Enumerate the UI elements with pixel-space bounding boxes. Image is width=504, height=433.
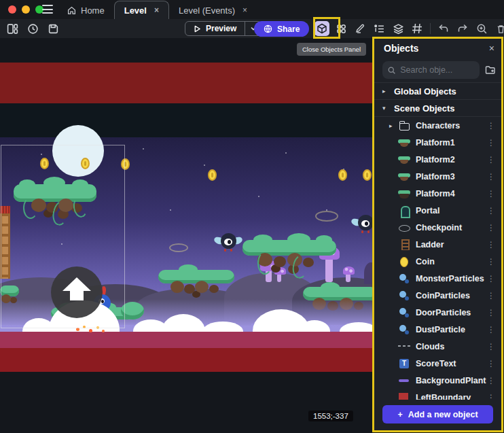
object-list-item[interactable]: CoinParticles ⋮	[374, 287, 501, 304]
object-list-item[interactable]: Clouds ⋮	[374, 338, 501, 355]
object-menu-icon[interactable]: ⋮	[486, 325, 496, 334]
object-menu-icon[interactable]: ⋮	[486, 291, 496, 300]
minimize-window-icon[interactable]	[22, 5, 30, 14]
monster-sprite[interactable]	[216, 230, 240, 255]
object-label: Characters	[416, 121, 486, 131]
close-window-icon[interactable]	[8, 5, 16, 14]
coin-sprite[interactable]	[208, 169, 217, 181]
section-scene-objects[interactable]: ▾ Scene Objects	[374, 99, 501, 116]
platform-island-sprite[interactable]	[242, 238, 336, 279]
object-list-item[interactable]: Portal ⋮	[374, 202, 501, 219]
object-list-item[interactable]: Platform3 ⋮	[374, 168, 501, 185]
top-boundary-sprite[interactable]	[0, 63, 378, 103]
object-menu-icon[interactable]: ⋮	[486, 138, 496, 148]
object-list-item[interactable]: BackgroundPlants ⋮	[374, 372, 501, 389]
object-label: Platform1	[416, 138, 486, 148]
editor-icon-strip	[314, 21, 504, 36]
add-new-object-button[interactable]: + Add a new object	[382, 405, 493, 423]
close-panel-icon[interactable]: ×	[489, 43, 494, 54]
tab-home[interactable]: Home	[58, 1, 114, 19]
object-menu-icon[interactable]: ⋮	[486, 359, 496, 368]
object-label: CoinParticles	[416, 291, 486, 300]
chevron-right-icon: ▸	[389, 122, 398, 129]
redo-icon[interactable]	[455, 21, 470, 36]
object-list-item[interactable]: DustParticle ⋮	[374, 321, 501, 338]
object-label: Checkpoint	[416, 223, 486, 232]
zoom-in-icon[interactable]	[474, 21, 489, 36]
section-global-objects[interactable]: ▸ Global Objects	[374, 82, 501, 99]
platform-island-sprite[interactable]	[158, 269, 234, 300]
preview-button[interactable]: Preview	[185, 22, 245, 35]
grid-icon[interactable]	[410, 21, 425, 36]
object-thumbnail-icon	[398, 375, 411, 386]
properties-icon[interactable]	[372, 21, 386, 36]
selection-rectangle[interactable]	[1, 145, 125, 328]
object-list-item[interactable]: Platform2 ⋮	[374, 151, 501, 168]
objects-panel: Objects × ▸ Global Objects ▾ Scene Objec…	[374, 39, 501, 430]
scene-canvas[interactable]	[0, 38, 378, 433]
main-menu-icon[interactable]	[42, 5, 53, 14]
objects-panel-header: Objects ×	[374, 39, 501, 58]
object-list-item[interactable]: Platform1 ⋮	[374, 134, 501, 151]
object-list-item[interactable]: Coin ⋮	[374, 253, 501, 270]
object-label: LeftBoundary	[416, 393, 486, 400]
star	[170, 209, 171, 211]
object-menu-icon[interactable]: ⋮	[486, 240, 496, 249]
object-menu-icon[interactable]: ⋮	[486, 155, 496, 164]
object-label: Clouds	[416, 342, 486, 351]
object-thumbnail-icon	[398, 154, 411, 165]
toolbar: Preview Share	[0, 19, 504, 38]
pencil-icon[interactable]	[353, 21, 367, 36]
object-menu-icon[interactable]: ⋮	[486, 274, 496, 283]
object-list-item[interactable]: DoorParticles ⋮	[374, 304, 501, 321]
pink-ground-band-sprite[interactable]	[0, 332, 378, 348]
object-list-item[interactable]: ScoreText ⋮	[374, 355, 501, 372]
save-icon[interactable]	[48, 23, 59, 35]
star	[258, 196, 259, 197]
coin-sprite[interactable]	[363, 169, 372, 181]
object-list-item[interactable]: Ladder ⋮	[374, 236, 501, 253]
object-menu-icon[interactable]: ⋮	[486, 308, 496, 317]
layers-icon[interactable]	[391, 21, 406, 36]
object-list-item[interactable]: Platform4 ⋮	[374, 185, 501, 202]
object-list-item[interactable]: MonsterParticles ⋮	[374, 270, 501, 287]
object-thumbnail-icon	[398, 273, 411, 284]
object-list-item[interactable]: Checkpoint ⋮	[374, 219, 501, 236]
add-folder-icon[interactable]	[485, 65, 496, 75]
ufo-outline-sprite[interactable]	[169, 243, 188, 252]
object-menu-icon[interactable]: ⋮	[486, 172, 496, 181]
objects-panel-cube-icon[interactable]	[314, 21, 329, 36]
object-thumbnail-icon	[398, 392, 411, 400]
tab-label: Home	[81, 5, 105, 16]
history-icon[interactable]	[27, 23, 39, 35]
undo-icon[interactable]	[436, 21, 451, 36]
object-menu-icon[interactable]: ⋮	[486, 342, 496, 351]
close-tab-icon[interactable]: ×	[242, 5, 247, 15]
tab-level[interactable]: Level ×	[114, 1, 169, 19]
instances-icon[interactable]	[334, 21, 348, 36]
object-menu-icon[interactable]: ⋮	[486, 223, 496, 232]
coin-sprite[interactable]	[338, 169, 347, 181]
trash-icon[interactable]	[493, 21, 504, 36]
object-menu-icon[interactable]: ⋮	[486, 376, 496, 385]
chevron-down-icon: ▾	[382, 105, 389, 111]
search-row	[374, 58, 501, 82]
object-menu-icon[interactable]: ⋮	[486, 393, 496, 400]
object-search-box[interactable]	[382, 61, 480, 79]
search-input[interactable]	[400, 65, 474, 75]
object-menu-icon[interactable]: ⋮	[486, 189, 496, 198]
object-menu-icon[interactable]: ⋮	[486, 257, 496, 266]
chevron-right-icon: ▸	[382, 88, 389, 94]
tab-level-events[interactable]: Level (Events) ×	[169, 1, 257, 19]
object-menu-icon[interactable]: ⋮	[486, 206, 496, 215]
object-list-item[interactable]: LeftBoundary ⋮	[374, 389, 501, 400]
objects-panel-title: Objects	[384, 43, 418, 54]
object-thumbnail-icon	[398, 290, 411, 301]
bottom-boundary-sprite[interactable]	[0, 348, 378, 372]
close-tab-icon[interactable]: ×	[154, 5, 159, 15]
ufo-outline-sprite[interactable]	[315, 211, 338, 222]
share-button[interactable]: Share	[254, 21, 309, 37]
object-menu-icon[interactable]: ⋮	[486, 121, 496, 131]
object-list-item[interactable]: ▸ Characters ⋮	[374, 117, 501, 134]
panels-icon[interactable]	[7, 23, 18, 35]
